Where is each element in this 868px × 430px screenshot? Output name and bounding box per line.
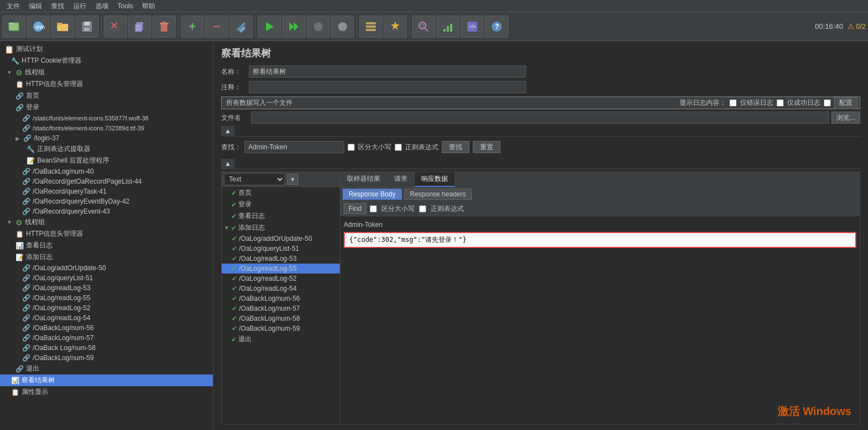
collapse-arrow2[interactable]: ▲ [221,159,234,169]
chk-success[interactable] [824,99,831,107]
toolbar-start[interactable] [258,16,281,38]
left-item-attr[interactable]: 📋 属性显示 [0,386,213,398]
toolbar-run-all[interactable] [282,16,305,38]
collapse-arrow[interactable]: ▲ [221,126,234,136]
menu-tools[interactable]: Tools [113,0,137,12]
left-item-oabacklog40[interactable]: 🔗 /OaBackLog/num-40 [0,166,213,176]
left-item-cookie[interactable]: 🔧 HTTP Cookie管理器 [0,55,213,67]
file-input[interactable] [251,112,829,124]
result-tree-login[interactable]: ✔ 登录 [222,199,340,210]
btn-reset[interactable]: 重置 [473,141,501,153]
toolbar-script[interactable]: </> [461,16,484,38]
left-item-threadgroup2[interactable]: ▼ ⚙ 线程组 [0,216,213,228]
chk-case-sensitive[interactable] [348,144,355,151]
menu-options[interactable]: 选项 [91,0,113,12]
toolbar-record[interactable] [307,16,330,38]
toolbar-stop[interactable] [331,16,354,38]
left-item-threadgroup1[interactable]: ▼ ⚙ 线程组 [0,67,213,78]
btn-browse[interactable]: 浏览... [831,112,860,124]
result-tree-homepage[interactable]: ✔ 首页 [222,187,340,199]
menu-file[interactable]: 文件 [2,0,24,12]
menu-help[interactable]: 帮助 [137,0,160,12]
result-find-btn[interactable]: Find [344,203,366,214]
left-item-oarecord43[interactable]: 🔗 /OaRecord/queryEvent-43 [0,206,213,216]
btn-config[interactable]: 配置 [834,97,857,109]
result-tree-logout[interactable]: ✔ 退出 [222,333,340,345]
chk-error[interactable] [777,99,784,107]
left-item-oalog50[interactable]: 🔗 /OaLog/addOrUpdate-50 [0,263,213,273]
result-tree-oabacklog56[interactable]: ✔ /OaBackLog/num-56 [222,294,340,303]
result-tree-oalog50[interactable]: ✔ /OaLog/addOrUpdate-50 [222,234,340,244]
toolbar-cut[interactable] [104,16,127,38]
left-item-font1[interactable]: 🔗 /static/fonts/element-icons.535877f.wo… [0,113,213,123]
menu-find[interactable]: 查找 [47,0,69,12]
result-tree-viewlog[interactable]: ✔ 查看日志 [222,210,340,222]
toolbar-report[interactable] [436,16,459,38]
chk-log-content[interactable] [729,99,737,107]
left-item-oarecord42[interactable]: 🔗 /OaRecord/queryEventByDay-42 [0,196,213,206]
search-input[interactable] [244,141,344,153]
left-item-oarecord44[interactable]: 🔗 /OaRecord/getOaRecordPageList-44 [0,176,213,186]
tab-sampler-result[interactable]: 取样器结果 [340,172,387,187]
left-item-beanshell[interactable]: 📝 BeanShell 后置处理程序 [0,155,213,166]
menu-run[interactable]: 运行 [69,0,91,12]
result-tree-oabacklog57[interactable]: ✔ /OaBackLog/num-57 [222,303,340,313]
left-item-oabacklog56[interactable]: 🔗 /OaBackLog/num-56 [0,323,213,333]
tab-response-data[interactable]: 响应数据 [415,172,455,187]
left-item-homepage[interactable]: 🔗 首页 [0,90,213,102]
result-tree-oalog53[interactable]: ✔ /OaLog/readLog-53 [222,254,340,264]
result-tree-oalog52[interactable]: ✔ /OaLog/readLog-52 [222,274,340,284]
sub-tab-response-body[interactable]: Response Body [343,189,402,200]
left-item-http-header2[interactable]: 📋 HTTP信息头管理器 [0,228,213,240]
result-chk-case[interactable] [370,205,377,213]
left-item-regex[interactable]: 🔧 正则表达式提取器 [0,143,213,155]
result-tree-addlog[interactable]: ▼ ✔ 添加日志 [222,222,340,234]
toolbar-minus[interactable]: − [205,16,228,38]
left-item-login[interactable]: 🔗 登录 [0,102,213,113]
left-item-oabacklog58[interactable]: 🔗 /OaBack Log/num-58 [0,343,213,353]
name-input[interactable] [249,65,526,78]
toolbar-config2[interactable] [384,16,407,38]
left-item-font2[interactable]: 🔗 /static/fonts/element-icons.732389d.tt… [0,123,213,133]
left-item-addlog[interactable]: 📝 添加日志 [0,251,213,263]
result-tree-oabacklog59[interactable]: ✔ /OaBackLog/num-59 [222,323,340,333]
chk-regex[interactable] [395,144,402,151]
toolbar-delete[interactable] [152,16,176,38]
left-item-oalog54[interactable]: 🔗 /OaLog/readLog-54 [0,313,213,323]
result-tree-oalog55[interactable]: ✔ /OaLog/readLog-55 [222,264,340,274]
toolbar-save[interactable] [75,16,99,38]
toolbar-folder[interactable] [51,16,74,38]
result-tree-oalog51[interactable]: ✔ /OaLog/queryList-51 [222,244,340,254]
toolbar-help[interactable]: ? [485,16,508,38]
toolbar-add[interactable]: + [181,16,204,38]
left-item-oabacklog59[interactable]: 🔗 /OaBackLog/num-59 [0,353,213,363]
left-item-oalog52[interactable]: 🔗 /OaLog/readLog-52 [0,303,213,313]
left-item-oalog55[interactable]: 🔗 /OaLog/readLog-55 [0,293,213,303]
result-collapse-btn[interactable]: ▼ [287,174,298,185]
tab-request[interactable]: 请求 [387,172,415,187]
comment-input[interactable] [249,81,526,93]
left-item-oalog51[interactable]: 🔗 /OaLog/queryList-51 [0,273,213,283]
result-chk-regex[interactable] [419,205,426,213]
left-item-oalog53[interactable]: 🔗 /OaLog/readLog-53 [0,283,213,293]
menu-edit[interactable]: 编辑 [24,0,47,12]
toolbar-copy[interactable] [128,16,151,38]
result-tree-oalog54[interactable]: ✔ /OaLog/readLog-54 [222,284,340,294]
result-type-select[interactable]: Text JSON XML HTML [224,173,285,185]
toolbar-open[interactable] [2,16,25,38]
left-item-login37[interactable]: ▶ 🔗 /login-37 [0,133,213,143]
toolbar-search[interactable] [412,16,435,38]
result-tree-oabacklog58[interactable]: ✔ /OaBackLog/num-58 [222,313,340,323]
left-item-result-tree[interactable]: 📊 察看结果树 [0,375,213,386]
left-item-http-header1[interactable]: 📋 HTTP信息头管理器 [0,78,213,90]
sub-tab-response-headers[interactable]: Response headers [404,189,472,200]
left-item-logout[interactable]: 🔗 退出 [0,363,213,375]
left-item-test-plan[interactable]: 📋 测试计划 [0,43,213,55]
toolbar-template[interactable]: www [27,16,50,38]
left-item-oarecord41[interactable]: 🔗 /OaRecord/queryTask-41 [0,186,213,196]
btn-find[interactable]: 查找 [442,141,469,153]
toolbar-config1[interactable] [359,16,382,38]
toolbar-edit[interactable] [229,16,253,38]
left-item-oabacklog57[interactable]: 🔗 /OaBackLog/num-57 [0,333,213,343]
left-item-viewlog[interactable]: 📊 查看日志 [0,240,213,251]
